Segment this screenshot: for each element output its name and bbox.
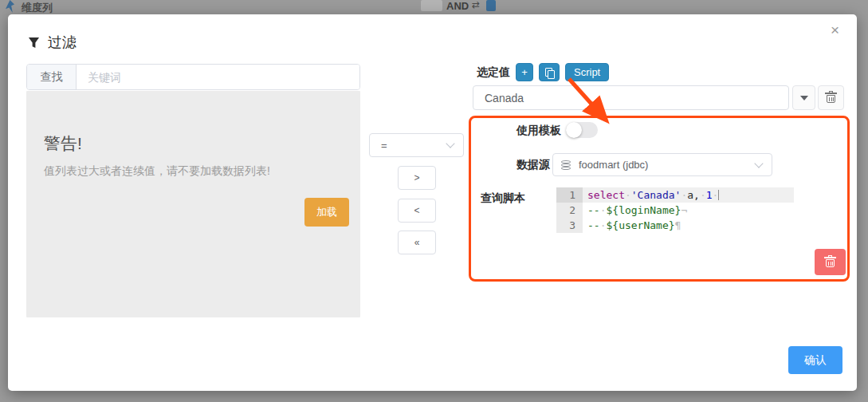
swap-icon: ⇄	[472, 0, 480, 10]
move-all-left-button[interactable]: «	[398, 231, 436, 254]
load-button[interactable]: 加载	[304, 198, 349, 227]
copy-icon	[545, 68, 553, 77]
dialog-title: 过滤	[48, 33, 77, 52]
datasource-value: foodmart (jdbc)	[579, 159, 756, 171]
close-icon[interactable]: ×	[831, 22, 839, 37]
delete-script-button[interactable]	[815, 249, 846, 275]
selected-value-label: 选定值	[477, 65, 510, 80]
background-chip	[421, 0, 442, 11]
operator-select[interactable]: =	[369, 133, 464, 157]
search-label: 查找	[27, 65, 77, 89]
query-script-label: 查询脚本	[481, 191, 525, 206]
search-input-group: 查找	[26, 64, 360, 90]
database-icon	[561, 160, 571, 170]
script-section-annotation-box: 使用模板 数据源 foodmart (jdbc) 查询脚本 123 select…	[469, 116, 850, 282]
background-blue-icon	[486, 0, 496, 11]
trash-icon	[827, 93, 835, 103]
line-number-gutter: 123	[556, 187, 583, 233]
move-left-button[interactable]: <	[398, 199, 436, 223]
selected-value-header: 选定值 + Script	[477, 63, 609, 81]
dialog-header: 过滤	[28, 33, 77, 52]
filter-dialog: × 过滤 查找 警告! 值列表过大或者连续值，请不要加载数据列表! 加载 = >…	[8, 14, 857, 391]
and-operator-label: AND	[446, 0, 469, 12]
keyword-input[interactable]	[77, 65, 359, 89]
script-button[interactable]: Script	[565, 63, 609, 81]
move-right-button[interactable]: >	[398, 166, 436, 190]
chevron-down-icon	[754, 159, 763, 168]
code-content[interactable]: select·'Canada'·a,·1·--·${loginName}¬--·…	[583, 187, 794, 233]
dimension-column-label: 维度列	[22, 1, 53, 15]
copy-button[interactable]	[539, 63, 560, 81]
filter-icon	[28, 37, 40, 49]
warning-text: 值列表过大或者连续值，请不要加载数据列表!	[44, 164, 270, 179]
warning-title: 警告!	[44, 132, 82, 155]
pin-icon	[6, 0, 14, 13]
operator-value: =	[370, 140, 447, 152]
add-value-button[interactable]: +	[516, 63, 533, 81]
use-template-label: 使用模板	[516, 124, 561, 138]
datasource-label: 数据源	[516, 158, 550, 172]
chevron-down-icon	[446, 139, 454, 148]
selected-value-input[interactable]: Canada	[473, 85, 789, 110]
use-template-toggle[interactable]	[566, 122, 598, 138]
delete-value-button[interactable]	[818, 85, 844, 110]
caret-down-icon	[800, 96, 808, 100]
value-list-panel: 警告! 值列表过大或者连续值，请不要加载数据列表! 加载	[26, 91, 360, 317]
datasource-select[interactable]: foodmart (jdbc)	[552, 153, 772, 176]
value-dropdown-button[interactable]	[792, 85, 815, 110]
background-page: 维度列 AND ⇄	[0, 0, 868, 14]
confirm-button[interactable]: 确认	[788, 346, 842, 374]
trash-icon	[826, 257, 835, 267]
sql-code-editor[interactable]: 123 select·'Canada'·a,·1·--·${loginName}…	[556, 187, 794, 233]
